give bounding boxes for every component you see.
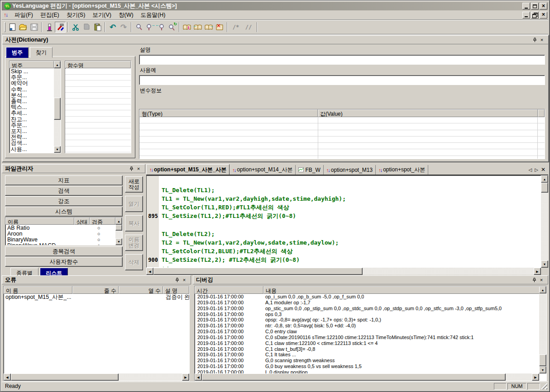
undo-button[interactable]: ↶ (107, 22, 118, 33)
errors-col-desc[interactable]: 설 명 (163, 286, 189, 294)
tools-button[interactable] (55, 22, 66, 33)
close-button[interactable]: × (540, 3, 547, 9)
file-row[interactable]: BinaryWave MACD ○ (5, 243, 115, 245)
redo-button[interactable]: ↷ (118, 22, 129, 33)
tab-scroll-right-button[interactable]: ▷ (535, 167, 538, 172)
pin-button[interactable] (531, 277, 538, 283)
category-item[interactable]: 출력... (10, 99, 54, 104)
file-row[interactable]: Aroon ○ (5, 231, 115, 237)
editor-tab[interactable]: ↑↓ FB_W (296, 165, 323, 175)
editor-tab[interactable]: ↑↓ option+spot_M15_사본_사본 (146, 164, 230, 175)
debug-row[interactable]: 2019-01-16 17:00:00 G,0 buy weakness 0,5… (195, 364, 539, 369)
debug-row[interactable]: 2019-01-16 17:00:00 C,1 claw stime:12210… (195, 340, 539, 346)
category-column-header[interactable]: 범주 (10, 61, 54, 68)
scrollbar-thumb[interactable] (202, 373, 506, 381)
side-button[interactable]: 삭제 (125, 254, 143, 270)
file-row[interactable]: BinaryWave ○ (5, 237, 115, 243)
category-item[interactable]: 예약어 (10, 80, 54, 86)
category-button[interactable]: 검색 (5, 186, 123, 196)
scrollbar-thumb[interactable] (115, 225, 122, 231)
new-file-button[interactable] (7, 22, 18, 33)
find-prev-button[interactable]: ← (155, 22, 166, 33)
user-function-button[interactable]: 사용자함수 (5, 257, 123, 267)
resize-grip[interactable] (541, 383, 547, 389)
maximize-button[interactable] (531, 3, 539, 9)
comment-block-button[interactable]: /* (230, 22, 242, 33)
varinfo-col-value[interactable]: 값(Value) (318, 109, 538, 117)
debug-col-content[interactable]: 내용 (263, 286, 540, 294)
category-item[interactable]: 주문... (10, 123, 54, 128)
find-in-files-button[interactable]: ↻ (166, 22, 177, 33)
file-col-status[interactable]: 상태 (74, 217, 90, 225)
debug-row[interactable]: 2019-01-16 17:00:00 C,1 It takes ... (195, 352, 539, 358)
minimize-button[interactable] (522, 3, 530, 9)
stock-search-button[interactable]: 종목검색 (5, 246, 123, 256)
paste-button[interactable] (92, 22, 103, 33)
editor-vertical-scrollbar[interactable]: ▲ ▼ (541, 175, 548, 268)
category-button[interactable]: 강조 (5, 196, 123, 206)
file-col-verify[interactable]: 검증 (90, 217, 115, 225)
category-item[interactable]: 주문... (10, 75, 54, 80)
category-button[interactable]: 지표 (5, 175, 123, 185)
open-file-button[interactable] (18, 22, 29, 33)
errors-col-name[interactable]: 이 름 (4, 286, 72, 294)
menu-file[interactable]: 파일(F) (11, 10, 37, 20)
varinfo-col-type[interactable]: 형(Type) (139, 109, 318, 117)
side-button[interactable]: 열기 (125, 196, 143, 212)
scrollbar-thumb[interactable] (153, 268, 363, 275)
dictionary-close-button[interactable]: × (538, 37, 545, 43)
next-bookmark-button[interactable]: → (203, 22, 214, 33)
category-item[interactable]: 포지... (10, 128, 54, 134)
category-item[interactable]: 사용... (10, 146, 54, 152)
scroll-left-button[interactable]: ◀ (4, 373, 11, 381)
pin-button[interactable] (173, 277, 181, 283)
scroll-right-button[interactable]: ▶ (182, 373, 189, 381)
prev-bookmark-button[interactable]: ← (192, 22, 203, 33)
scroll-down-button[interactable]: ▼ (115, 238, 122, 245)
scrollbar-thumb[interactable] (541, 183, 548, 193)
scrollbar-thumb[interactable] (54, 98, 61, 119)
function-list-body[interactable] (65, 69, 131, 153)
mdi-minimize-button[interactable] (522, 12, 530, 19)
category-item[interactable]: 검색... (10, 140, 54, 146)
category-item[interactable]: 전략... (10, 134, 54, 140)
scroll-left-button[interactable]: ◀ (146, 268, 153, 275)
function-column-header[interactable]: 함수명 (65, 61, 131, 68)
debug-row[interactable]: 2019-01-16 17:00:00 C,1 claw t_buf[3]= -… (195, 346, 539, 352)
debug-row[interactable]: 2019-01-16 17:00:00 A,1 moduler op :-1,7 (195, 300, 539, 306)
scroll-down-button[interactable]: ▼ (54, 146, 61, 153)
menu-help[interactable]: 도움말(H) (137, 10, 169, 20)
menu-edit[interactable]: 편집(E) (37, 10, 63, 20)
description-field[interactable] (139, 55, 545, 65)
file-manager-close-button[interactable]: × (135, 165, 142, 172)
tab-scroll-left-button[interactable]: ◁ (529, 167, 532, 172)
scroll-up-button[interactable]: ▲ (539, 286, 546, 293)
side-button[interactable]: 새로 작성 (125, 176, 143, 193)
debug-row[interactable]: 2019-01-16 17:00:00 G,0 scannig strength… (195, 358, 539, 364)
error-row[interactable]: option+spot_M15_사본_... 검증이 완료 (4, 294, 189, 301)
save-button[interactable] (29, 22, 39, 33)
editor-tab[interactable]: ↑↓ option+spot_M13 (324, 165, 376, 175)
menu-view[interactable]: 보기(V) (89, 10, 115, 20)
cut-button[interactable] (70, 22, 81, 33)
side-button[interactable]: 이름 변경 (125, 235, 143, 251)
errors-col-line[interactable]: 줄 수 (72, 286, 119, 294)
copy-button[interactable] (81, 22, 92, 33)
debug-row[interactable]: 2019-01-16 17:00:00 C,0 entry claw (195, 329, 539, 335)
file-row[interactable]: AB Ratio ○ (5, 225, 115, 231)
comment-line-button[interactable]: // (242, 22, 255, 33)
scroll-right-button[interactable]: ▶ (532, 373, 539, 381)
debug-row[interactable]: 2019-01-16 17:00:00 op_stic_sum 0,0 ,op_… (195, 306, 539, 312)
code-editor[interactable]: TL_Delete(TL1); TL1 = TL_New(var1,var2,d… (146, 175, 541, 268)
scroll-up-button[interactable]: ▲ (541, 175, 548, 183)
category-item[interactable]: 텍스... (10, 104, 54, 110)
errors-horizontal-scrollbar[interactable]: ◀ ▶ (4, 373, 189, 381)
category-scrollbar[interactable] (54, 68, 61, 146)
scrollbar-thumb[interactable] (539, 354, 546, 366)
pin-button[interactable] (128, 165, 135, 172)
tab-close-button[interactable]: ✕ (541, 166, 545, 173)
debug-row[interactable]: 2019-01-16 17:00:00 ntr: -0,8, str: 0,5=… (195, 323, 539, 329)
file-col-name[interactable]: 이름 (5, 217, 74, 225)
tab-category[interactable]: 범주 (6, 47, 29, 58)
menu-find[interactable]: 찾기(S) (63, 10, 89, 20)
